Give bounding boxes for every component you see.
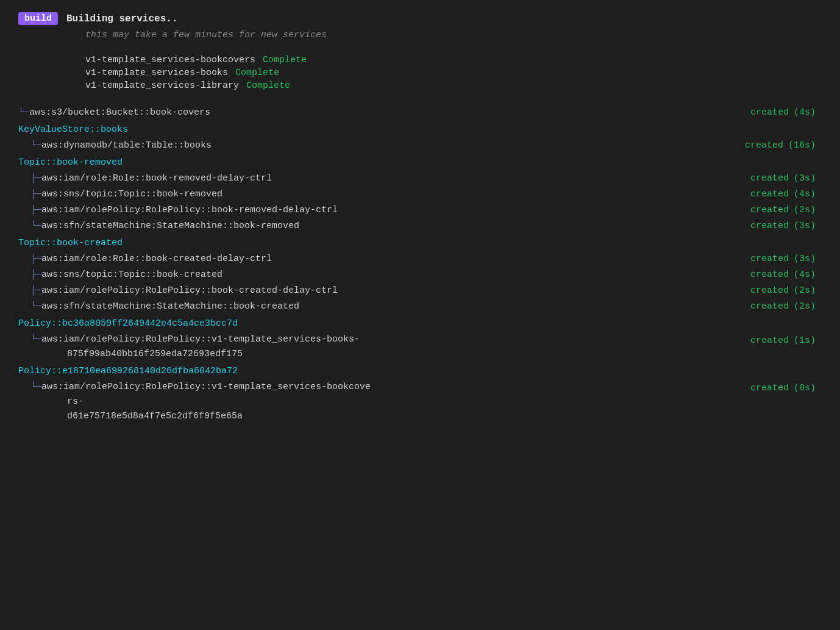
time-rp2: (2s) — [794, 284, 816, 298]
tree-connector-sns2: ├─ — [30, 268, 41, 282]
resource-name-rp1: aws:iam/rolePolicy:RolePolicy::book-remo… — [41, 203, 688, 218]
status-sns1: created — [750, 187, 789, 202]
section-policy-bc36: Policy::bc36a8059ff2649442e4c5a4ce3bcc7d — [18, 317, 822, 331]
time-sfn2: (2s) — [794, 299, 816, 314]
tree-connector-rp1: ├─ — [30, 203, 41, 218]
resource-name-bookcove-policy-line3: d61e75718e5d8a4f7e5c2df6f9f5e65a — [30, 409, 243, 424]
header-section: build Building services.. this may take … — [18, 12, 822, 40]
section-label-kvstore: KeyValueStore::books — [18, 123, 128, 137]
tree-connector-rp2: ├─ — [30, 284, 41, 298]
time-iam1: (3s) — [794, 171, 816, 186]
section-label-book-removed: Topic::book-removed — [18, 156, 123, 170]
resource-list: └─ aws:s3/bucket:Bucket::book-covers cre… — [18, 106, 822, 424]
time-iam2: (3s) — [794, 252, 816, 267]
section-kvstore: KeyValueStore::books — [18, 123, 822, 137]
build-line: build Building services.. — [18, 12, 822, 25]
service-item-2: v1-template_services-library Complete — [85, 81, 822, 91]
service-status-1: Complete — [235, 68, 279, 78]
section-label-policy-bc36: Policy::bc36a8059ff2649442e4c5a4ce3bcc7d — [18, 317, 238, 331]
tree-connector-sfn1: └─ — [30, 219, 41, 234]
resource-name-iam2: aws:iam/role:Role::book-created-delay-ct… — [41, 252, 688, 267]
build-title: Building services.. — [66, 13, 177, 24]
status-rp1: created — [750, 203, 789, 218]
service-item-0: v1-template_services-bookcovers Complete — [85, 55, 822, 65]
build-subtitle: this may take a few minutes for new serv… — [85, 30, 822, 40]
resource-row-sns-removed: ├─ aws:sns/topic:Topic::book-removed cre… — [18, 187, 822, 202]
tree-connector-dynamo: └─ — [30, 138, 41, 153]
time-sns1: (4s) — [794, 187, 816, 202]
resource-row-rolepolicy-removed: ├─ aws:iam/rolePolicy:RolePolicy::book-r… — [18, 203, 822, 218]
tree-connector-iam1: ├─ — [30, 171, 41, 186]
resource-name-sns2: aws:sns/topic:Topic::book-created — [41, 268, 688, 282]
tree-connector-bookcove-policy: └─ — [30, 380, 41, 395]
resource-name-books-policy-line1: aws:iam/rolePolicy:RolePolicy::v1-templa… — [41, 332, 360, 347]
resource-row-sfn-created: └─ aws:sfn/stateMachine:StateMachine::bo… — [18, 299, 822, 314]
resource-row-iam-role-removed: ├─ aws:iam/role:Role::book-removed-delay… — [18, 171, 822, 186]
status-bookcove-policy: created — [750, 381, 789, 396]
status-iam2: created — [750, 252, 789, 267]
section-book-removed: Topic::book-removed — [18, 156, 822, 170]
status-rp2: created — [750, 284, 789, 298]
resource-row-sns-created: ├─ aws:sns/topic:Topic::book-created cre… — [18, 268, 822, 282]
section-label-book-created: Topic::book-created — [18, 236, 123, 251]
resource-name-sns1: aws:sns/topic:Topic::book-removed — [41, 187, 688, 202]
section-book-created: Topic::book-created — [18, 236, 822, 251]
resource-row-iam-role-created: ├─ aws:iam/role:Role::book-created-delay… — [18, 252, 822, 267]
tree-connector-iam2: ├─ — [30, 252, 41, 267]
services-section: v1-template_services-bookcovers Complete… — [85, 55, 822, 91]
service-name-0: v1-template_services-bookcovers — [85, 55, 255, 65]
time-rp1: (2s) — [794, 203, 816, 218]
tree-connector-sns1: ├─ — [30, 187, 41, 202]
status-iam1: created — [750, 171, 789, 186]
time-bookcove-policy: (0s) — [794, 381, 816, 396]
time-sns2: (4s) — [794, 268, 816, 282]
service-name-1: v1-template_services-books — [85, 68, 228, 78]
resource-row-rolepolicy-books: └─ aws:iam/rolePolicy:RolePolicy::v1-tem… — [18, 332, 822, 362]
service-name-2: v1-template_services-library — [85, 81, 239, 91]
service-item-1: v1-template_services-books Complete — [85, 68, 822, 78]
resource-name-dynamo: aws:dynamodb/table:Table::books — [41, 138, 688, 153]
time-dynamo: (16s) — [788, 138, 816, 153]
time-s3: (4s) — [794, 106, 816, 120]
resource-name-s3: aws:s3/bucket:Bucket::book-covers — [29, 106, 688, 120]
resource-row-s3-bucket: └─ aws:s3/bucket:Bucket::book-covers cre… — [18, 106, 822, 120]
resource-name-iam1: aws:iam/role:Role::book-removed-delay-ct… — [41, 171, 688, 186]
resource-name-rp2: aws:iam/rolePolicy:RolePolicy::book-crea… — [41, 284, 688, 298]
status-sfn1: created — [750, 219, 789, 234]
section-policy-e187: Policy::e18710ea699268140d26dfba6042ba72 — [18, 364, 822, 379]
time-sfn1: (3s) — [794, 219, 816, 234]
status-s3: created — [750, 106, 789, 120]
tree-connector-sfn2: └─ — [30, 299, 41, 314]
status-dynamo: created — [745, 138, 783, 153]
build-badge: build — [18, 12, 58, 25]
tree-connector: └─ — [18, 106, 29, 120]
status-sfn2: created — [750, 299, 789, 314]
service-status-2: Complete — [246, 81, 290, 91]
service-status-0: Complete — [263, 55, 307, 65]
tree-connector-books-policy: └─ — [30, 332, 41, 347]
status-books-policy: created — [750, 334, 789, 348]
resource-name-bookcove-policy-line2: rs- — [30, 395, 84, 409]
resource-name-books-policy-line2: 875f99ab40bb16f259eda72693edf175 — [30, 347, 243, 362]
resource-row-rolepolicy-created: ├─ aws:iam/rolePolicy:RolePolicy::book-c… — [18, 284, 822, 298]
resource-name-sfn2: aws:sfn/stateMachine:StateMachine::book-… — [41, 299, 688, 314]
resource-row-sfn-removed: └─ aws:sfn/stateMachine:StateMachine::bo… — [18, 219, 822, 234]
resource-name-bookcove-policy-line1: aws:iam/rolePolicy:RolePolicy::v1-templa… — [41, 380, 371, 395]
resource-row-dynamodb: └─ aws:dynamodb/table:Table::books creat… — [18, 138, 822, 153]
resource-name-sfn1: aws:sfn/stateMachine:StateMachine::book-… — [41, 219, 688, 234]
terminal: build Building services.. this may take … — [18, 12, 822, 424]
section-label-policy-e187: Policy::e18710ea699268140d26dfba6042ba72 — [18, 364, 238, 379]
time-books-policy: (1s) — [794, 334, 816, 348]
status-sns2: created — [750, 268, 789, 282]
resource-row-rolepolicy-bookcove: └─ aws:iam/rolePolicy:RolePolicy::v1-tem… — [18, 380, 822, 424]
